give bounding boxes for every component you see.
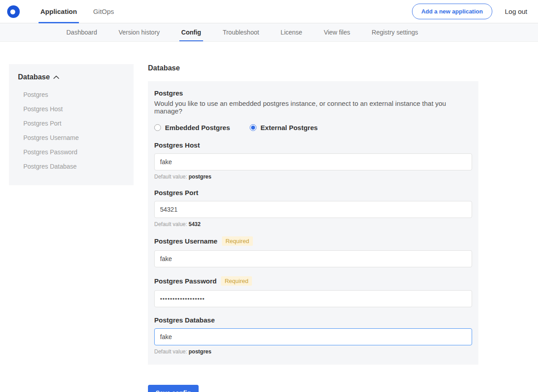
radio-label: External Postgres — [260, 124, 318, 131]
subnav-view-files[interactable]: View files — [313, 23, 361, 41]
field-postgres-username: Postgres Username Required — [154, 236, 472, 267]
subnav-license[interactable]: License — [270, 23, 313, 41]
sidebar-item-postgres-password[interactable]: Postgres Password — [16, 145, 126, 159]
top-tab-gitops[interactable]: GitOps — [85, 0, 122, 23]
radio-label: Embedded Postgres — [165, 124, 230, 131]
header-right: Add a new application Log out — [412, 4, 527, 19]
postgres-port-input[interactable] — [154, 201, 472, 218]
sidebar-item-postgres-host[interactable]: Postgres Host — [16, 102, 126, 116]
top-tab-label: GitOps — [93, 8, 114, 15]
sidebar-item-postgres-database[interactable]: Postgres Database — [16, 159, 126, 174]
default-value-helper: Default value: postgres — [154, 174, 472, 180]
sidebar-item-postgres-port[interactable]: Postgres Port — [16, 116, 126, 131]
default-value-helper: Default value: postgres — [154, 348, 472, 355]
field-postgres-port: Postgres Port Default value: 5432 — [154, 189, 472, 227]
field-postgres-database: Postgres Database Default value: postgre… — [154, 316, 472, 355]
sidebar-group-database[interactable]: Database — [16, 73, 126, 81]
subnav-version-history[interactable]: Version history — [108, 23, 171, 41]
postgres-username-input[interactable] — [154, 250, 472, 267]
top-nav: Application GitOps — [32, 0, 122, 23]
field-label: Postgres Database — [154, 316, 215, 324]
config-panel: Postgres Would you like to use an embedd… — [148, 81, 478, 365]
logout-link[interactable]: Log out — [505, 8, 527, 15]
subnav-troubleshoot[interactable]: Troubleshoot — [212, 23, 270, 41]
required-badge: Required — [221, 276, 252, 286]
app-subnav: Dashboard Version history Config Trouble… — [0, 23, 538, 42]
save-config-button[interactable]: Save config — [148, 385, 199, 392]
config-main: Database Postgres Would you like to use … — [148, 64, 478, 392]
subnav-config[interactable]: Config — [170, 23, 212, 41]
sidebar-item-postgres-username[interactable]: Postgres Username — [16, 131, 126, 145]
subnav-registry-settings[interactable]: Registry settings — [361, 23, 429, 41]
field-label: Postgres Username — [154, 237, 217, 245]
subnav-dashboard[interactable]: Dashboard — [56, 23, 108, 41]
default-value-helper: Default value: 5432 — [154, 221, 472, 227]
top-tab-label: Application — [40, 8, 77, 15]
field-postgres-password: Postgres Password Required — [154, 276, 472, 307]
sidebar-group-label: Database — [18, 73, 50, 81]
page-body: Database Postgres Postgres Host Postgres… — [0, 42, 538, 392]
postgres-database-input[interactable] — [154, 328, 472, 345]
top-tab-application[interactable]: Application — [32, 0, 85, 23]
radio-external-postgres[interactable]: External Postgres — [250, 124, 318, 131]
field-label: Postgres Port — [154, 189, 198, 196]
postgres-host-input[interactable] — [154, 153, 472, 170]
radio-circle-checked[interactable] — [250, 124, 256, 131]
group-heading: Postgres — [154, 89, 472, 97]
top-header: Application GitOps Add a new application… — [0, 0, 538, 23]
add-new-application-button[interactable]: Add a new application — [412, 4, 492, 19]
required-badge: Required — [222, 236, 253, 246]
radio-circle-unchecked[interactable] — [154, 124, 161, 131]
postgres-password-input[interactable] — [154, 290, 472, 307]
postgres-mode-radio-group: Embedded Postgres External Postgres — [154, 124, 472, 131]
field-label: Postgres Password — [154, 277, 217, 285]
field-postgres-host: Postgres Host Default value: postgres — [154, 141, 472, 180]
field-label: Postgres Host — [154, 141, 200, 149]
sidebar-item-postgres[interactable]: Postgres — [16, 87, 126, 102]
config-sidebar: Database Postgres Postgres Host Postgres… — [9, 64, 134, 185]
chevron-up-icon — [53, 75, 59, 79]
group-help-text: Would you like to use an embedded postgr… — [154, 100, 472, 115]
app-logo-icon — [7, 5, 20, 18]
page-title: Database — [148, 64, 478, 72]
radio-embedded-postgres[interactable]: Embedded Postgres — [154, 124, 230, 131]
